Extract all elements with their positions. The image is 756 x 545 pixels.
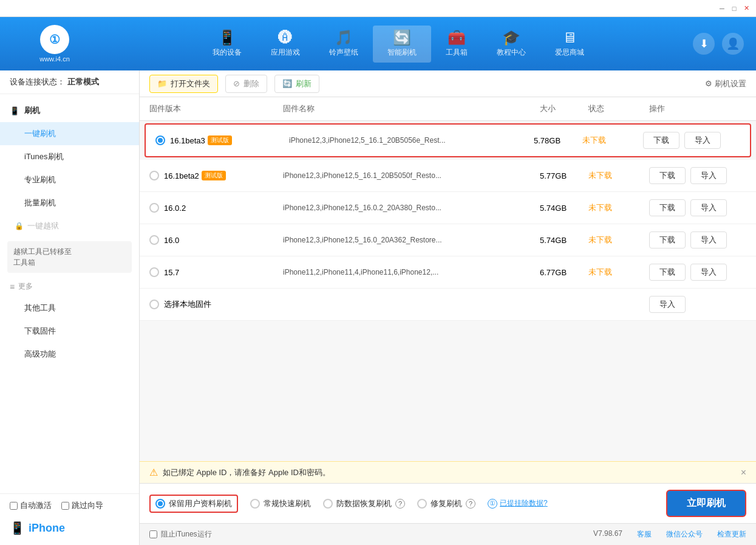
nav-smart-flash[interactable]: 🔄 智能刷机 — [373, 26, 431, 63]
sidebar-bottom: 自动激活 跳过向导 📱 iPhone — [0, 493, 139, 545]
row2-download-btn[interactable]: 下载 — [649, 167, 686, 184]
nav-toolbox[interactable]: 🧰 工具箱 — [431, 26, 482, 63]
nav-ringtones-label: 铃声壁纸 — [329, 47, 358, 58]
download-btn[interactable]: ⬇ — [693, 33, 715, 55]
sidebar-item-one-click-flash[interactable]: 一键刷机 — [0, 122, 139, 145]
toolbar-right: ⚙ 刷机设置 — [705, 78, 746, 89]
row4-radio[interactable] — [149, 235, 159, 245]
row3-import-btn[interactable]: 导入 — [690, 199, 727, 216]
nav-store[interactable]: 🖥 爱思商城 — [540, 26, 599, 63]
support-link[interactable]: 客服 — [637, 529, 652, 540]
restore-btn[interactable]: □ — [729, 4, 739, 13]
row3-version: 16.0.2 — [164, 204, 186, 213]
repair-radio[interactable] — [417, 499, 427, 509]
repair-help-icon[interactable]: ? — [466, 499, 475, 509]
auto-activate-input[interactable] — [10, 502, 18, 510]
table-row-1[interactable]: 16.1beta3 测试版 iPhone12,3,iPhone12,5_16.1… — [146, 125, 750, 156]
keep-data-text: 保留用户资料刷机 — [169, 498, 232, 509]
table-row-2[interactable]: 16.1beta2 测试版 iPhone12,3,iPhone12,5_16.1… — [140, 160, 756, 192]
row5-import-btn[interactable]: 导入 — [690, 264, 727, 281]
row4-import-btn[interactable]: 导入 — [690, 231, 727, 249]
iphone-icon: 📱 — [10, 521, 25, 535]
wechat-link[interactable]: 微信公众号 — [666, 529, 703, 540]
sidebar-item-advanced[interactable]: 高级功能 — [0, 343, 139, 366]
sidebar-more-label: 更多 — [18, 281, 33, 292]
close-btn[interactable]: ✕ — [741, 4, 751, 13]
sidebar-item-download-firmware[interactable]: 下载固件 — [0, 320, 139, 343]
check-update-link[interactable]: 检查更新 — [717, 529, 746, 540]
row6-import-btn[interactable]: 导入 — [649, 296, 686, 313]
row2-firmware-name: iPhone12,3,iPhone12,5_16.1_20B5050f_Rest… — [283, 171, 540, 180]
flash-options: 保留用户资料刷机 常规快速刷机 防数据恢复刷机 ? 修复刷机 ? ① 已提挂除数… — [140, 483, 756, 523]
row1-import-btn[interactable]: 导入 — [684, 132, 721, 149]
window-controls: ─ □ ✕ — [717, 4, 751, 13]
open-folder-button[interactable]: 📁 打开文件夹 — [149, 75, 218, 93]
nav-my-device[interactable]: 📱 我的设备 — [198, 26, 256, 63]
sidebar-item-other-tools[interactable]: 其他工具 — [0, 296, 139, 320]
skip-guide-input[interactable] — [61, 502, 69, 510]
notification-close-btn[interactable]: × — [741, 467, 746, 478]
row5-download-btn[interactable]: 下载 — [649, 264, 686, 281]
row3-radio[interactable] — [149, 203, 159, 213]
row1-beta-badge: 测试版 — [208, 135, 232, 145]
header: ① www.i4.cn 📱 我的设备 🅐 应用游戏 🎵 铃声壁纸 🔄 智能刷机 … — [0, 17, 756, 70]
table-row-6[interactable]: 选择本地固件 导入 — [140, 289, 756, 321]
row6-actions: 导入 — [649, 296, 746, 313]
itunes-checkbox[interactable]: 阻止iTunes运行 — [149, 529, 212, 540]
row3-download-btn[interactable]: 下载 — [649, 199, 686, 216]
nav-smart-flash-label: 智能刷机 — [387, 47, 417, 58]
skip-guide-checkbox[interactable]: 跳过向导 — [61, 500, 103, 511]
auto-activate-checkbox[interactable]: 自动激活 — [10, 500, 52, 511]
settings-button[interactable]: ⚙ 刷机设置 — [705, 78, 746, 89]
nav-apps-games[interactable]: 🅐 应用游戏 — [256, 26, 315, 63]
row4-download-btn[interactable]: 下载 — [649, 231, 686, 249]
refresh-button[interactable]: 🔄 刷新 — [274, 75, 319, 93]
flash-now-label: 立即刷机 — [687, 498, 726, 508]
flash-now-button[interactable]: 立即刷机 — [666, 490, 746, 517]
flash-option-keep-data[interactable]: 保留用户资料刷机 — [149, 495, 238, 513]
row2-radio[interactable] — [149, 171, 159, 180]
table-row-3[interactable]: 16.0.2 iPhone12,3,iPhone12,5_16.0.2_20A3… — [140, 192, 756, 224]
table-row-4[interactable]: 16.0 iPhone12,3,iPhone12,5_16.0_20A362_R… — [140, 224, 756, 256]
user-btn[interactable]: 👤 — [722, 33, 744, 55]
delete-label: 删除 — [243, 78, 259, 89]
repair-text: 修复刷机 — [431, 498, 462, 509]
itunes-checkbox-input[interactable] — [149, 530, 157, 538]
table-row-5[interactable]: 15.7 iPhone11,2,iPhone11,4,iPhone11,6,iP… — [140, 256, 756, 289]
nav-ringtones[interactable]: 🎵 铃声壁纸 — [315, 26, 373, 63]
keep-data-radio[interactable] — [155, 499, 165, 509]
row1-radio[interactable] — [155, 135, 165, 145]
data-recovery-help-icon[interactable]: ? — [395, 499, 405, 509]
logo-circle: ① — [40, 25, 69, 54]
quick-radio[interactable] — [250, 499, 260, 509]
row1-download-btn[interactable]: 下载 — [643, 132, 679, 149]
row2-size: 5.77GB — [540, 171, 588, 180]
settings-label: 刷机设置 — [715, 78, 746, 89]
info-icon[interactable]: ① — [488, 499, 497, 509]
sidebar-item-itunes-flash[interactable]: iTunes刷机 — [0, 145, 139, 168]
nav-my-device-label: 我的设备 — [213, 47, 242, 58]
delete-button[interactable]: ⊘ 删除 — [225, 75, 267, 93]
row5-radio[interactable] — [149, 267, 159, 277]
data-recovery-radio[interactable] — [323, 499, 333, 509]
flash-option-quick[interactable]: 常规快速刷机 — [250, 498, 311, 509]
row3-firmware-name: iPhone12,3,iPhone12,5_16.0.2_20A380_Rest… — [283, 204, 540, 212]
sidebar-item-pro-flash[interactable]: 专业刷机 — [0, 168, 139, 191]
sidebar-item-batch-flash[interactable]: 批量刷机 — [0, 191, 139, 214]
logo-letter: ① — [49, 32, 60, 47]
keep-data-label[interactable]: 保留用户资料刷机 — [155, 498, 232, 509]
nav-tutorials[interactable]: 🎓 教程中心 — [482, 26, 540, 63]
row2-import-btn[interactable]: 导入 — [690, 167, 727, 184]
sidebar-one-click-flash-label: 一键刷机 — [24, 128, 56, 139]
row1-actions: 下载 导入 — [643, 132, 740, 149]
flash-option-repair[interactable]: 修复刷机 ? — [417, 498, 475, 509]
row4-firmware-name: iPhone12,3,iPhone12,5_16.0_20A362_Restor… — [283, 236, 540, 244]
table-row-selected[interactable]: 16.1beta3 测试版 iPhone12,3,iPhone12,5_16.1… — [145, 123, 751, 157]
flash-option-data-recovery[interactable]: 防数据恢复刷机 ? — [323, 498, 405, 509]
row5-size: 6.77GB — [540, 268, 588, 277]
row6-radio[interactable] — [149, 300, 159, 309]
data-tips-link[interactable]: 已提挂除数据? — [500, 498, 548, 509]
minimize-btn[interactable]: ─ — [717, 4, 727, 13]
row5-firmware-name: iPhone11,2,iPhone11,4,iPhone11,6,iPhone1… — [283, 268, 540, 276]
row3-actions: 下载 导入 — [649, 199, 746, 216]
